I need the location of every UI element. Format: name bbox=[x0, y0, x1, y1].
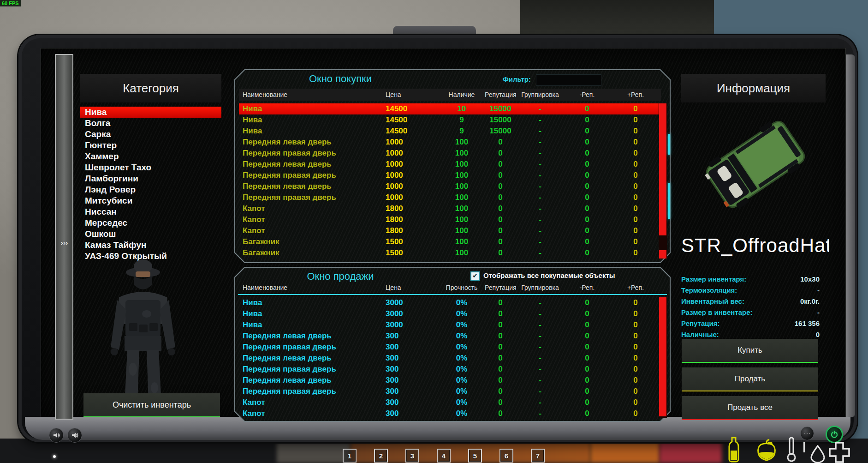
buy-row[interactable]: Передняя правая дверь10001000-00 bbox=[239, 148, 661, 159]
category-item[interactable]: Ошкош bbox=[80, 228, 221, 240]
cell-name: Передняя левая дверь bbox=[239, 182, 386, 191]
sell-row[interactable]: Передняя левая дверь3000%0-00 bbox=[239, 353, 661, 364]
filter-input[interactable] bbox=[536, 74, 601, 86]
dial-dots-icon bbox=[804, 432, 810, 435]
buy-row[interactable]: Багажник15001000-00 bbox=[239, 236, 661, 247]
hotbar-slot-6[interactable]: 6 bbox=[499, 449, 513, 463]
sell-row[interactable]: Нива30000%0-00 bbox=[239, 297, 661, 308]
cell-price: 1000 bbox=[386, 138, 439, 147]
buy-row[interactable]: Передняя левая дверь10001000-00 bbox=[239, 159, 661, 170]
power-button[interactable] bbox=[826, 426, 843, 443]
cell-group: - bbox=[516, 331, 564, 341]
sell-row[interactable]: Нива30000%0-00 bbox=[239, 308, 661, 319]
buy-row[interactable]: Капот18001000-00 bbox=[239, 225, 661, 236]
cell-rep_plus: 0 bbox=[610, 193, 661, 202]
cell-group: - bbox=[516, 376, 564, 385]
hotbar-slot-2[interactable]: 2 bbox=[374, 449, 388, 463]
sell-row[interactable]: Нива30000%0-00 bbox=[239, 319, 661, 331]
category-title-text: Категория bbox=[123, 81, 179, 96]
hotbar-slot-7[interactable]: 7 bbox=[531, 449, 545, 463]
hotbar-slot-5[interactable]: 5 bbox=[468, 449, 482, 463]
sell-row[interactable]: Передняя левая дверь3000%0-00 bbox=[239, 331, 661, 342]
sell-window: Окно продажи ✔ Отображать все покупаемые… bbox=[234, 267, 671, 422]
category-panel-title: Категория bbox=[80, 74, 221, 102]
buy-row[interactable]: Нива14500915000-00 bbox=[239, 114, 661, 126]
cell-rep_minus: 0 bbox=[564, 237, 610, 247]
sell-row[interactable]: Капот3000%0-00 bbox=[239, 397, 661, 408]
cell-price: 300 bbox=[386, 409, 439, 418]
sell-row[interactable]: Передняя правая дверь3000%0-00 bbox=[239, 342, 661, 353]
stat-row: Инвентарный вес:0кг.0г. bbox=[681, 295, 820, 307]
cell-price: 3000 bbox=[386, 309, 439, 319]
cell-group: - bbox=[516, 309, 564, 319]
buy-row[interactable]: Багажник15001000-00 bbox=[239, 247, 661, 259]
category-item[interactable]: Сарка bbox=[80, 129, 221, 140]
sell-row[interactable]: Передняя левая дверь3000%0-00 bbox=[239, 375, 661, 386]
category-item[interactable]: Митсубиси bbox=[80, 195, 221, 206]
stat-row: Размер инвентаря:10x30 bbox=[681, 273, 820, 284]
device-dial-button[interactable] bbox=[800, 427, 814, 440]
game-screen: ››› Категория НиваВолгаСаркаГюнтерХаммер… bbox=[0, 0, 868, 463]
category-item[interactable]: Лэнд Ровер bbox=[80, 184, 221, 195]
cell-price: 14500 bbox=[386, 115, 439, 125]
vehicle-preview bbox=[686, 110, 823, 218]
water-bottle-icon bbox=[728, 437, 740, 463]
category-item[interactable]: Шевролет Тахо bbox=[80, 162, 221, 173]
sell-scrollbar-thumb[interactable] bbox=[659, 297, 666, 416]
speaker-button-2[interactable] bbox=[67, 428, 82, 443]
category-item[interactable]: Ламборгини bbox=[80, 173, 221, 184]
stat-value: 0кг.0г. bbox=[800, 297, 820, 305]
buy-button[interactable]: Купить bbox=[682, 339, 818, 363]
cell-name: Передняя левая дверь bbox=[239, 331, 386, 341]
sell-table-header: НаименованиеЦенаПрочностьРепутацияГруппи… bbox=[239, 282, 661, 294]
cell-rep_plus: 0 bbox=[610, 409, 661, 418]
cell-rep_plus: 0 bbox=[610, 298, 661, 307]
buy-row[interactable]: Нива145001015000-00 bbox=[239, 103, 661, 114]
cell-group: - bbox=[516, 126, 564, 136]
sell-row[interactable]: Капот3000%0-00 bbox=[239, 408, 661, 419]
cell-stock: 100 bbox=[439, 182, 485, 191]
cell-reputation: 0 bbox=[485, 298, 516, 307]
category-item[interactable]: Камаз Тайфун bbox=[80, 240, 221, 251]
category-item[interactable]: Волга bbox=[80, 118, 221, 129]
buy-row[interactable]: Капот18001000-00 bbox=[239, 203, 661, 214]
sell-scrollbar-track[interactable] bbox=[659, 297, 667, 418]
hotbar-slot-4[interactable]: 4 bbox=[437, 449, 451, 463]
cell-durability: 0% bbox=[439, 409, 485, 418]
buy-scrollbar-track[interactable] bbox=[659, 103, 667, 259]
cell-group: - bbox=[516, 115, 564, 125]
sell-row[interactable]: Передняя правая дверь3000%0-00 bbox=[239, 364, 661, 375]
sell-button[interactable]: Продать bbox=[682, 367, 818, 391]
cell-stock: 100 bbox=[439, 138, 485, 147]
category-item[interactable]: Ниссан bbox=[80, 206, 221, 217]
expand-arrows-icon[interactable]: ››› bbox=[55, 240, 73, 247]
cell-group: - bbox=[516, 248, 564, 258]
clear-inventory-button[interactable]: Очистить инвентарь bbox=[83, 393, 220, 417]
buy-row[interactable]: Нива14500915000-00 bbox=[239, 126, 661, 137]
buy-row[interactable]: Передняя левая дверь10001000-00 bbox=[239, 137, 661, 148]
stat-value: - bbox=[817, 308, 820, 316]
category-item[interactable]: Хаммер bbox=[80, 151, 221, 162]
cell-reputation: 0 bbox=[485, 149, 516, 158]
buy-row[interactable]: Капот18001000-00 bbox=[239, 214, 661, 225]
show-all-items-checkbox[interactable]: ✔ bbox=[470, 271, 480, 281]
category-item[interactable]: Нива bbox=[80, 107, 221, 118]
buy-scrollbar-thumb[interactable] bbox=[659, 103, 666, 235]
sell-all-button[interactable]: Продать все bbox=[682, 396, 818, 420]
column-header: Наличие bbox=[439, 91, 485, 98]
left-scrollbar[interactable] bbox=[55, 54, 73, 420]
buy-row[interactable]: Передняя левая дверь10001000-00 bbox=[239, 181, 661, 192]
cell-name: Багажник bbox=[239, 237, 386, 247]
cell-rep_plus: 0 bbox=[610, 376, 661, 385]
hotbar-slot-3[interactable]: 3 bbox=[405, 449, 419, 463]
category-item[interactable]: Гюнтер bbox=[80, 140, 221, 151]
cell-rep_plus: 0 bbox=[610, 365, 661, 374]
category-item[interactable]: Мерседес bbox=[80, 217, 221, 228]
hotbar-slot-1[interactable]: 1 bbox=[343, 449, 357, 463]
buy-row[interactable]: Передняя правая дверь10001000-00 bbox=[239, 170, 661, 181]
buy-row[interactable]: Передняя правая дверь10001000-00 bbox=[239, 192, 661, 203]
speaker-button-1[interactable] bbox=[49, 428, 64, 443]
sell-row[interactable]: Передняя правая дверь3000%0-00 bbox=[239, 386, 661, 397]
cell-rep_minus: 0 bbox=[564, 160, 610, 169]
cell-reputation: 0 bbox=[485, 171, 516, 180]
